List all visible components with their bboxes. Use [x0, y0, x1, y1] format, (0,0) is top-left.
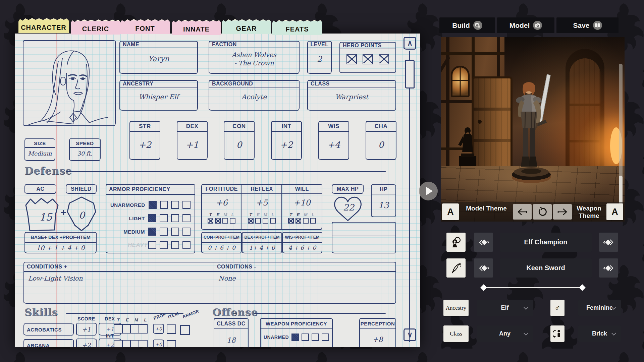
rotate-person-button[interactable] [550, 325, 565, 342]
medium-rank-1[interactable] [148, 228, 156, 236]
reflex-master[interactable] [263, 218, 268, 224]
light-rank-1[interactable] [148, 214, 156, 222]
body-style-dropdown[interactable]: Feminine [578, 300, 621, 316]
viewer-scrollbar-track[interactable] [619, 64, 623, 211]
weapon-option-next-button[interactable] [599, 258, 618, 278]
faction-value[interactable]: Ashen Wolves- The Crown [209, 48, 299, 69]
model-button[interactable]: Model [497, 17, 554, 33]
texture-theme-dropdown[interactable]: Brick [578, 325, 621, 342]
medium-rank-3[interactable] [171, 228, 179, 236]
sheet-scroll-down-button[interactable]: ∨ [404, 328, 416, 341]
sheet-scroll-thumb[interactable] [405, 60, 415, 88]
model-next-button[interactable] [553, 204, 572, 220]
reflex-legendary[interactable] [270, 218, 276, 224]
play-button[interactable] [419, 182, 438, 200]
unarmed-rank-4[interactable] [322, 334, 329, 341]
reflex-trained[interactable] [248, 218, 254, 224]
tab-character[interactable]: Character [18, 17, 69, 33]
heavy-rank-2[interactable] [160, 241, 168, 249]
tab-gear[interactable]: Gear [222, 18, 271, 34]
reflex-expert[interactable] [255, 218, 261, 224]
ability-str[interactable]: STR +2 [129, 121, 160, 160]
ability-cha[interactable]: CHA 0 [366, 121, 396, 160]
model-theme-auto-button[interactable]: A [442, 203, 459, 220]
will-legendary[interactable] [310, 218, 316, 224]
tab-cleric[interactable]: Cleric [71, 19, 120, 35]
ability-wis[interactable]: WIS +4 [318, 121, 349, 160]
conditions-minus-value[interactable]: None [214, 272, 395, 285]
build-button[interactable]: Build [439, 17, 495, 33]
acrobatics-trained[interactable] [114, 324, 123, 334]
gender-toggle-button[interactable]: ♂ [550, 300, 565, 316]
arcana-legendary[interactable] [139, 340, 148, 347]
skill-arcana-item[interactable] [167, 340, 176, 347]
sheet-scroll-up-button[interactable]: ∧ [404, 37, 416, 50]
unarmed-rank-2[interactable] [302, 334, 309, 341]
heavy-rank-3[interactable] [171, 241, 179, 249]
medium-rank-4[interactable] [182, 228, 191, 236]
will-expert[interactable] [296, 218, 301, 224]
model-option-next-button[interactable] [599, 233, 618, 252]
hp-box[interactable]: HP 13 [371, 184, 396, 217]
model-prev-button[interactable] [513, 204, 532, 220]
weapon-option-field[interactable]: Keen Sword [500, 258, 592, 278]
portrait-frame[interactable] [23, 40, 116, 126]
fortitude-trained[interactable] [208, 218, 213, 224]
skill-acrobatics-item[interactable] [167, 324, 176, 334]
skill-arcana-name[interactable]: ARCANA [23, 339, 74, 347]
weapon-lock-button[interactable] [446, 258, 466, 278]
notes-box[interactable] [332, 222, 396, 253]
unarmored-rank-3[interactable] [171, 201, 179, 209]
hero-point-2[interactable] [363, 54, 373, 64]
weapon-theme-auto-button[interactable]: A [606, 203, 623, 220]
conditions-plus-value[interactable]: Low-Light Vision [24, 272, 214, 285]
medium-rank-2[interactable] [160, 228, 168, 236]
background-value[interactable]: Acolyte [209, 87, 299, 106]
will-trained[interactable] [288, 218, 294, 224]
model-option-prev-button[interactable] [474, 233, 493, 252]
hero-point-3[interactable] [379, 54, 389, 64]
ancestry-value[interactable]: Whisper Elf [120, 87, 197, 106]
tab-font[interactable]: Font [120, 18, 170, 34]
class-dropdown[interactable]: Any [477, 325, 533, 342]
character-lock-button[interactable] [446, 233, 466, 252]
model-rotate-button[interactable] [533, 204, 552, 220]
fortitude-master[interactable] [222, 218, 228, 224]
unarmored-rank-2[interactable] [160, 201, 168, 209]
heavy-rank-1[interactable] [148, 241, 156, 249]
arcana-expert[interactable] [122, 340, 131, 347]
acrobatics-expert[interactable] [122, 324, 131, 334]
heavy-rank-4[interactable] [182, 241, 191, 249]
scene-character-miniature[interactable] [503, 69, 560, 183]
acrobatics-master[interactable] [130, 324, 139, 334]
unarmed-rank-3[interactable] [312, 334, 319, 341]
unarmored-rank-4[interactable] [182, 201, 191, 209]
tab-feats[interactable]: Feats [272, 19, 322, 35]
name-value[interactable]: Yaryn [120, 48, 197, 69]
tab-innate[interactable]: Innate [172, 19, 221, 35]
weapon-option-prev-button[interactable] [474, 258, 493, 278]
ability-con[interactable]: CON 0 [224, 121, 255, 160]
arcana-trained[interactable] [114, 340, 123, 347]
ability-int[interactable]: INT +2 [271, 121, 302, 160]
variant-slider-track[interactable] [484, 287, 582, 288]
will-master[interactable] [303, 218, 309, 224]
acrobatics-legendary[interactable] [139, 324, 148, 334]
light-rank-2[interactable] [160, 214, 168, 222]
fortitude-legendary[interactable] [230, 218, 235, 224]
model-option-field[interactable]: Elf Champion [500, 233, 592, 252]
sheet-scroll-track[interactable] [409, 51, 410, 342]
level-value[interactable]: 2 [308, 48, 331, 69]
ability-dex[interactable]: DEX +1 [177, 121, 208, 160]
light-rank-3[interactable] [171, 214, 179, 222]
unarmored-rank-1[interactable] [149, 201, 157, 209]
class-filter-button[interactable]: Class [443, 325, 469, 342]
model-viewer[interactable]: A Model Theme Weapon Theme A [441, 37, 625, 222]
fortitude-expert[interactable] [215, 218, 221, 224]
skill-acrobatics-name[interactable]: ACROBATICS [23, 323, 74, 336]
arcana-master[interactable] [130, 340, 139, 347]
unarmed-rank-1[interactable] [291, 334, 299, 341]
light-rank-4[interactable] [182, 214, 191, 222]
class-value[interactable]: Warpriest [308, 87, 395, 106]
skill-acrobatics-armor[interactable] [180, 325, 190, 335]
